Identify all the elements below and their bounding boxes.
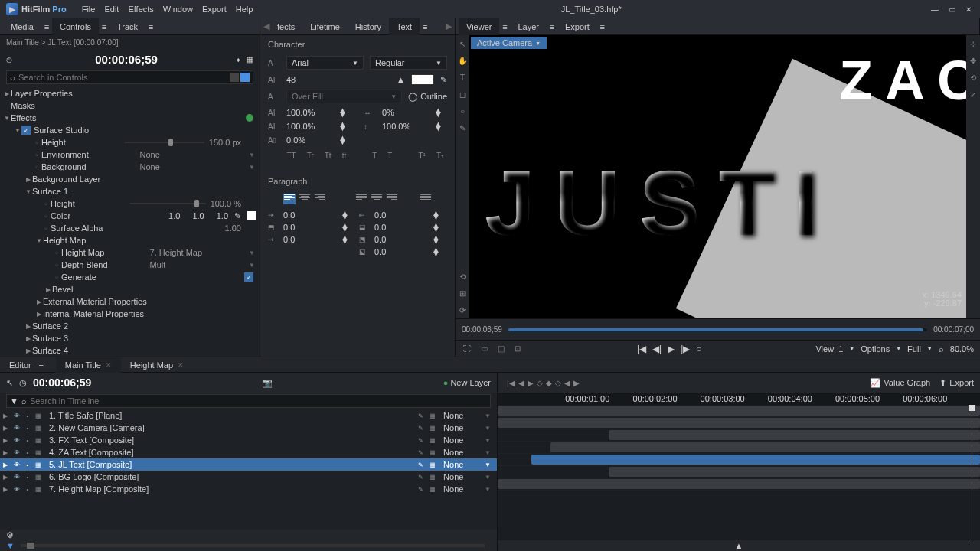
tab-menu-icon[interactable]: ≡ bbox=[547, 22, 557, 31]
dropdown-icon[interactable]: ▼ bbox=[249, 152, 255, 158]
expand-icon[interactable]: ▶ bbox=[3, 486, 9, 493]
dropdown-icon[interactable]: ▼ bbox=[485, 412, 491, 419]
3d-icon[interactable]: ▦ bbox=[428, 435, 437, 445]
safe-icon[interactable]: ⊡ bbox=[512, 344, 523, 354]
blend-mode[interactable]: None bbox=[443, 460, 482, 469]
track-row[interactable] bbox=[498, 405, 980, 417]
timeline-search-input[interactable] bbox=[30, 396, 487, 406]
clip[interactable] bbox=[498, 479, 980, 489]
layer-row[interactable]: ▶ 👁•▦ 2. New Camera [Camera] ✎▦ None ▼ bbox=[0, 422, 497, 434]
options-menu[interactable]: Options bbox=[861, 344, 890, 354]
collapse-icon[interactable]: ▼ bbox=[6, 541, 15, 550]
tab-menu-icon[interactable]: ≡ bbox=[99, 22, 109, 31]
hand-tool-icon[interactable]: ✋ bbox=[457, 55, 468, 66]
track-row[interactable] bbox=[498, 417, 980, 429]
3d-icon[interactable]: ▦ bbox=[428, 484, 437, 494]
expand-icon[interactable]: ▶ bbox=[3, 461, 9, 468]
visibility-icon[interactable]: 👁 bbox=[12, 472, 21, 481]
type-icon[interactable]: ▦ bbox=[34, 460, 43, 469]
space-after-input[interactable] bbox=[374, 223, 405, 232]
layer-name[interactable]: 2. New Camera [Camera] bbox=[46, 423, 413, 432]
lock-icon[interactable]: • bbox=[23, 472, 32, 481]
font-size-input[interactable] bbox=[286, 75, 332, 84]
tab-editor[interactable]: Editor≡ bbox=[0, 357, 56, 373]
tab-export[interactable]: Export bbox=[557, 18, 597, 35]
lock-icon[interactable]: • bbox=[23, 448, 32, 457]
add-key-icon[interactable]: ◇ bbox=[537, 379, 543, 387]
play-icon[interactable]: ▶ bbox=[668, 344, 675, 354]
layer-name[interactable]: 7. Height Map [Composite] bbox=[46, 484, 413, 494]
blend-mode[interactable]: None bbox=[443, 411, 482, 420]
height-prop[interactable]: Height bbox=[41, 138, 120, 147]
generate[interactable]: Generate bbox=[61, 272, 244, 282]
depth-blend-value[interactable]: Mult bbox=[150, 260, 247, 269]
3d-icon[interactable]: ▦ bbox=[428, 448, 437, 457]
blend-mode[interactable]: None bbox=[443, 435, 482, 445]
select-tool-icon[interactable]: ↖ bbox=[457, 38, 468, 49]
surface-alpha[interactable]: Surface Alpha bbox=[51, 223, 225, 233]
background-value[interactable]: None bbox=[140, 162, 247, 171]
layer-row[interactable]: ▶ 👁•▦ 6. BG Logo [Composite] ✎▦ None ▼ bbox=[0, 471, 497, 483]
tab-track[interactable]: Track bbox=[109, 18, 145, 35]
tab-history[interactable]: History bbox=[348, 18, 389, 35]
tab-text[interactable]: Text bbox=[389, 18, 420, 35]
height-map-layer[interactable]: Height Map bbox=[61, 248, 142, 257]
int-material[interactable]: Internal Material Properties bbox=[43, 309, 256, 318]
height-map-group[interactable]: Height Map bbox=[43, 236, 256, 245]
expand-icon[interactable]: ▶ bbox=[3, 437, 9, 444]
layer-name[interactable]: 5. JL Text [Composite] bbox=[46, 460, 413, 469]
environment-value[interactable]: None bbox=[140, 150, 247, 159]
text-tool-icon[interactable]: T bbox=[457, 72, 468, 83]
height-value[interactable]: 150.0 px bbox=[209, 138, 256, 147]
case-sentence[interactable]: Tt bbox=[322, 150, 335, 161]
strikethrough[interactable]: T bbox=[384, 150, 395, 161]
blend-mode[interactable]: None bbox=[443, 484, 482, 494]
first-line-input[interactable] bbox=[283, 235, 314, 244]
leading-input[interactable] bbox=[382, 122, 428, 131]
expand-icon[interactable]: ▶ bbox=[3, 412, 9, 419]
overfill-select[interactable]: Over Fill▼ bbox=[286, 90, 402, 103]
viewer-canvas[interactable]: Active Camera▼ ZAC JUSTI x: 1349.64 y: -… bbox=[469, 35, 966, 318]
dropdown-icon[interactable]: ▼ bbox=[485, 461, 491, 468]
indent-left-input[interactable] bbox=[283, 210, 314, 220]
align-left[interactable] bbox=[283, 194, 296, 204]
surface-2[interactable]: Surface 2 bbox=[32, 321, 256, 331]
edit-icon[interactable]: ✎ bbox=[416, 460, 425, 469]
snapshot-icon[interactable]: 📷 bbox=[262, 378, 273, 388]
lock-icon[interactable]: • bbox=[23, 435, 32, 445]
track-row[interactable] bbox=[498, 429, 980, 442]
depth-blend[interactable]: Depth Blend bbox=[61, 260, 142, 269]
zoom-icon[interactable]: ⊞ bbox=[457, 288, 468, 298]
3d-icon[interactable]: ▦ bbox=[428, 423, 437, 432]
ext-material[interactable]: External Material Properties bbox=[43, 297, 256, 306]
last-spacing-input[interactable] bbox=[374, 247, 405, 256]
timeline-ruler[interactable]: 00:00:01:00 00:00:02:00 00:00:03:00 00:0… bbox=[498, 393, 980, 405]
quality-menu[interactable]: Full bbox=[907, 344, 921, 354]
background-layer[interactable]: Background Layer bbox=[32, 174, 256, 184]
text-color-swatch[interactable] bbox=[411, 74, 434, 85]
lock-icon[interactable]: • bbox=[23, 423, 32, 432]
clip[interactable] bbox=[498, 418, 980, 428]
surf-height[interactable]: Height bbox=[51, 199, 126, 208]
type-icon[interactable]: ▦ bbox=[34, 484, 43, 494]
step-back-icon[interactable]: ◀| bbox=[652, 344, 662, 354]
scroll-left-icon[interactable]: ◀ bbox=[263, 21, 270, 31]
keyframe-dot-icon[interactable] bbox=[54, 249, 60, 256]
surface-alpha-value[interactable]: 1.00 bbox=[225, 223, 256, 233]
menu-help[interactable]: Help bbox=[236, 5, 253, 14]
justify-center[interactable] bbox=[371, 194, 383, 204]
tab-media[interactable]: Media bbox=[3, 18, 41, 35]
tab-menu-icon[interactable]: ≡ bbox=[499, 22, 510, 31]
clock-icon[interactable]: ◷ bbox=[19, 378, 27, 388]
tab-layer[interactable]: Layer bbox=[510, 18, 547, 35]
zoom-value[interactable]: 80.0% bbox=[950, 344, 974, 354]
case-title[interactable]: Tr bbox=[304, 150, 317, 161]
move-icon[interactable]: ✥ bbox=[968, 55, 978, 66]
outline-toggle[interactable]: ◯Outline bbox=[408, 92, 447, 102]
tab-effects[interactable]: fects bbox=[270, 18, 302, 35]
effect-enabled-check[interactable] bbox=[21, 126, 31, 135]
generate-check[interactable] bbox=[244, 272, 253, 282]
layer-row[interactable]: ▶ 👁•▦ 7. Height Map [Composite] ✎▦ None … bbox=[0, 483, 497, 495]
visibility-icon[interactable]: 👁 bbox=[12, 460, 21, 469]
layer-name[interactable]: 4. ZA Text [Composite] bbox=[46, 448, 413, 457]
